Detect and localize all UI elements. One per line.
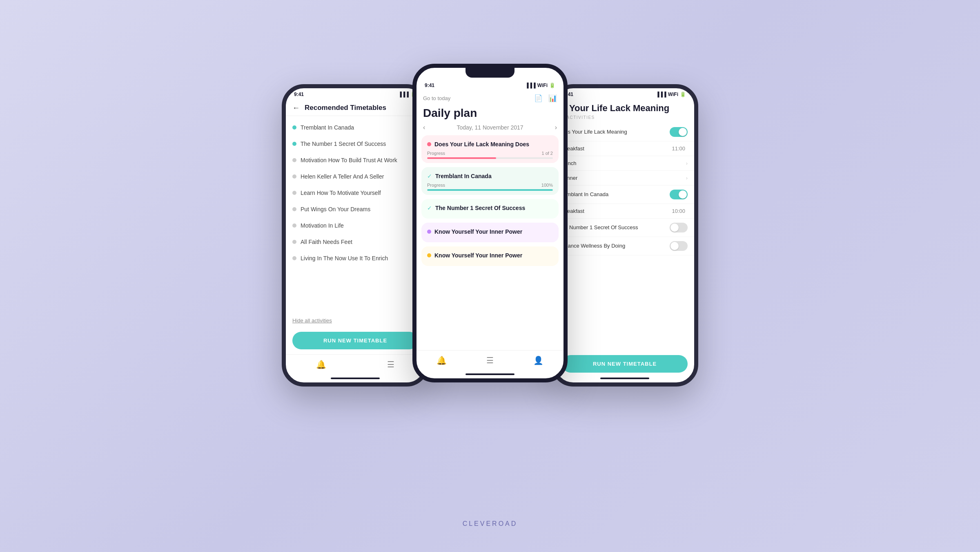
activity-name: Dinner xyxy=(562,175,686,181)
right-run-button[interactable]: RUN NEW TIMETABLE xyxy=(562,355,688,373)
plan-card[interactable]: ✓Tremblant In CanadaProgress100% xyxy=(421,167,559,195)
progress-value: 100% xyxy=(541,183,553,188)
timetable-item[interactable]: The Number 1 Secret Of Success xyxy=(286,136,425,152)
back-icon[interactable]: ← xyxy=(292,104,300,112)
timetable-item[interactable]: Learn How To Motivate Yourself xyxy=(286,185,425,201)
list-dot xyxy=(292,174,296,179)
prev-date-arrow[interactable]: ‹ xyxy=(423,124,425,131)
list-item-text: Put Wings On Your Dreams xyxy=(301,206,370,212)
center-bottom-nav: 🔔 ☰ 👤 xyxy=(416,350,564,373)
center-bell-icon[interactable]: 🔔 xyxy=(437,355,447,365)
right-signal-icon: ▐▐▐ xyxy=(656,92,666,97)
date-nav: ‹ Today, 11 November 2017 › xyxy=(416,124,564,135)
plan-card[interactable]: Know Yourself Your Inner Power xyxy=(421,246,559,266)
list-item-text: Motivation In Life xyxy=(301,222,344,229)
activity-row: Dinner› xyxy=(555,171,694,185)
next-date-arrow[interactable]: › xyxy=(555,124,557,131)
plan-card-title: Tremblant In Canada xyxy=(435,173,492,179)
go-today-label[interactable]: Go to today xyxy=(423,95,450,101)
toggle-circle xyxy=(679,128,687,136)
activity-time: 10:00 xyxy=(672,208,685,214)
timetable-item[interactable]: Motivation In Life xyxy=(286,217,425,234)
center-time: 9:41 xyxy=(425,83,434,88)
left-header: ← Recomended Timetables xyxy=(286,99,425,116)
right-header-title: s Your Life Lack Meaning xyxy=(555,99,694,114)
toggle-switch[interactable] xyxy=(670,127,688,137)
plan-card-header: ✓The Number 1 Secret Of Success xyxy=(427,205,553,211)
list-item-text: Tremblant In Canada xyxy=(301,124,354,131)
list-dot xyxy=(292,158,296,162)
activity-row: he Number 1 Secret Of Success xyxy=(555,219,694,237)
plan-card-dot xyxy=(427,142,431,146)
list-item-text: Living In The Now Use It To Enrich xyxy=(301,255,388,261)
toggle-switch[interactable] xyxy=(670,223,688,232)
timetable-item[interactable]: Helen Keller A Teller And A Seller xyxy=(286,168,425,185)
doc-icon[interactable]: 📄 xyxy=(534,94,543,103)
list-item-text: Helen Keller A Teller And A Seller xyxy=(301,173,384,180)
timetable-item[interactable]: Put Wings On Your Dreams xyxy=(286,201,425,217)
plan-list: Does Your Life Lack Meaning DoesProgress… xyxy=(416,135,564,350)
timetable-item[interactable]: Living In The Now Use It To Enrich xyxy=(286,250,425,266)
scene: 9:41 ▐▐▐ 🔋 ← Recomended Timetables Tremb… xyxy=(306,51,674,501)
activity-row: Breakfast11:00 xyxy=(555,141,694,156)
check-icon: ✓ xyxy=(427,205,432,211)
hide-activities-link[interactable]: Hide all activities xyxy=(286,314,425,327)
menu-icon[interactable]: ☰ xyxy=(387,360,394,369)
header-icons: 📄 📊 xyxy=(534,94,557,103)
timetable-list: Tremblant In CanadaThe Number 1 Secret O… xyxy=(286,116,425,314)
center-status-bar: 9:41 ▐▐▐ WiFi 🔋 xyxy=(416,79,564,90)
progress-bar-track xyxy=(427,189,553,191)
right-phone: 9:41 ▐▐▐ WiFi 🔋 s Your Life Lack Meaning… xyxy=(551,84,698,387)
progress-label: Progress xyxy=(427,151,445,156)
plan-card[interactable]: Does Your Life Lack Meaning DoesProgress… xyxy=(421,135,559,163)
toggle-switch[interactable] xyxy=(670,190,688,199)
left-status-bar: 9:41 ▐▐▐ 🔋 xyxy=(286,88,425,99)
list-item-text: Motivation How To Build Trust At Work xyxy=(301,157,397,163)
plan-card-dot xyxy=(427,230,431,234)
activity-row: oes Your Life Lack Meaning xyxy=(555,123,694,141)
timetable-item[interactable]: Tremblant In Canada xyxy=(286,119,425,136)
list-dot xyxy=(292,191,296,195)
center-profile-icon[interactable]: 👤 xyxy=(533,355,543,365)
center-menu-icon[interactable]: ☰ xyxy=(486,355,494,365)
left-time: 9:41 xyxy=(294,92,304,97)
right-status-icons: ▐▐▐ WiFi 🔋 xyxy=(656,92,686,97)
list-item-text: All Faith Needs Feet xyxy=(301,239,352,245)
list-dot xyxy=(292,223,296,228)
right-status-bar: 9:41 ▐▐▐ WiFi 🔋 xyxy=(555,88,694,99)
progress-bar-track xyxy=(427,157,553,159)
activity-row: Lunch› xyxy=(555,156,694,171)
list-dot xyxy=(292,125,296,130)
left-bottom-nav: 🔔 ☰ xyxy=(286,354,425,378)
chart-icon[interactable]: 📊 xyxy=(548,94,557,103)
center-battery-icon: 🔋 xyxy=(549,83,555,88)
center-home-indicator xyxy=(466,373,514,375)
center-phone: 9:41 ▐▐▐ WiFi 🔋 Go to today 📄 📊 Daily pl… xyxy=(412,64,568,382)
plan-card-header: Does Your Life Lack Meaning Does xyxy=(427,141,553,147)
plan-card-header: Know Yourself Your Inner Power xyxy=(427,252,553,259)
progress-label: Progress xyxy=(427,183,445,188)
activity-name: remblant In Canada xyxy=(562,191,670,197)
activity-name: nhance Wellness By Doing xyxy=(562,243,670,249)
toggle-switch[interactable] xyxy=(670,241,688,251)
left-run-button[interactable]: RUN NEW TIMETABLE xyxy=(292,332,418,349)
list-item-text: The Number 1 Secret Of Success xyxy=(301,141,386,147)
plan-card[interactable]: Know Yourself Your Inner Power xyxy=(421,223,559,242)
center-notch xyxy=(466,68,514,78)
left-phone: 9:41 ▐▐▐ 🔋 ← Recomended Timetables Tremb… xyxy=(282,84,429,387)
timetable-item[interactable]: Motivation How To Build Trust At Work xyxy=(286,152,425,168)
progress-bar-fill xyxy=(427,189,553,191)
toggle-circle xyxy=(679,190,687,199)
activity-name: Lunch xyxy=(562,160,686,166)
center-status-icons: ▐▐▐ WiFi 🔋 xyxy=(525,83,555,88)
activities-label: F ACTIVITIES xyxy=(555,114,694,123)
check-icon: ✓ xyxy=(427,173,432,179)
plan-card-header: ✓Tremblant In Canada xyxy=(427,173,553,179)
bell-icon[interactable]: 🔔 xyxy=(316,360,326,369)
plan-card[interactable]: ✓The Number 1 Secret Of Success xyxy=(421,199,559,219)
left-home-indicator xyxy=(331,378,380,379)
activity-time: 11:00 xyxy=(672,145,685,152)
timetable-item[interactable]: All Faith Needs Feet xyxy=(286,234,425,250)
activity-row: Breakfast10:00 xyxy=(555,204,694,219)
plan-card-title: Know Yourself Your Inner Power xyxy=(434,228,522,235)
